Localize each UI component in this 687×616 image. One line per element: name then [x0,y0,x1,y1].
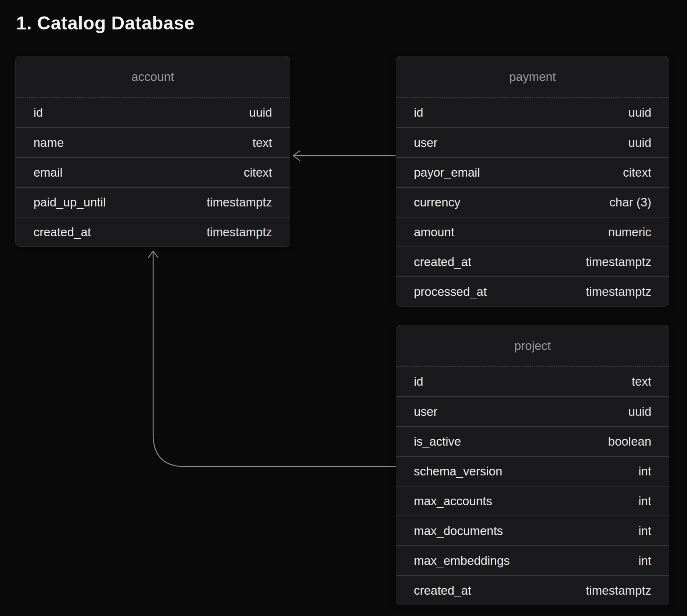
field-row[interactable]: paid_up_until timestamptz [16,187,290,217]
edge-project-to-account [153,252,396,467]
field-row[interactable]: user uuid [396,396,669,426]
field-row[interactable]: name text [16,127,290,157]
table-project-header: project [396,325,669,367]
table-account-rows: id uuid name text email citext paid_up_u… [16,98,290,247]
field-row[interactable]: created_at timestamptz [396,575,669,605]
table-title: account [131,70,174,84]
table-payment[interactable]: payment id uuid user uuid payor_email ci… [396,56,669,307]
field-row[interactable]: processed_at timestamptz [396,276,669,306]
table-account[interactable]: account id uuid name text email citext p… [15,56,290,247]
field-row[interactable]: created_at timestamptz [16,217,290,247]
table-payment-header: payment [396,56,669,98]
arrowhead-up-icon [148,251,158,258]
table-project[interactable]: project id text user uuid is_active bool… [396,325,669,605]
field-row[interactable]: email citext [16,157,290,187]
diagram-canvas: 1. Catalog Database account id uuid name… [0,0,687,616]
table-payment-rows: id uuid user uuid payor_email citext cur… [396,98,669,306]
field-row[interactable]: max_embeddings int [396,545,669,575]
table-project-rows: id text user uuid is_active boolean sche… [396,367,669,605]
table-title: project [514,339,551,353]
table-title: payment [509,70,556,84]
field-row[interactable]: id uuid [16,98,290,127]
arrowhead-left-icon [293,151,300,160]
field-row[interactable]: max_accounts int [396,486,669,516]
field-row[interactable]: is_active boolean [396,426,669,456]
field-row[interactable]: user uuid [396,127,669,157]
table-account-header: account [16,56,290,98]
field-row[interactable]: payor_email citext [396,157,669,187]
field-row[interactable]: schema_version int [396,456,669,486]
field-row[interactable]: created_at timestamptz [396,247,669,276]
field-row[interactable]: id uuid [396,98,669,127]
field-row[interactable]: max_documents int [396,516,669,545]
field-row[interactable]: id text [396,367,669,396]
page-title: 1. Catalog Database [16,13,195,34]
field-row[interactable]: amount numeric [396,217,669,247]
field-row[interactable]: currency char (3) [396,187,669,217]
